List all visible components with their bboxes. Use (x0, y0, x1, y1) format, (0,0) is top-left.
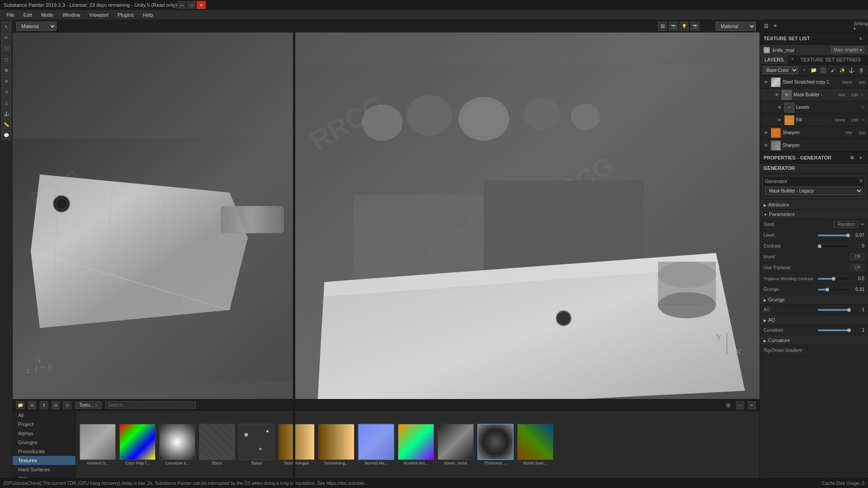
maximize-button[interactable]: □ (187, 1, 196, 9)
shelf-minimize-btn[interactable]: — (736, 401, 744, 409)
menu-plugins[interactable]: Plugins (113, 11, 138, 19)
shelf-thumb-fresnel2[interactable]: fresnelrang... (318, 424, 354, 465)
shelf-view-toggle[interactable]: ⊞ (724, 401, 732, 409)
shelf-thumb-fresnel1[interactable]: fresnelranges (278, 424, 315, 465)
mask-builder-visibility[interactable] (774, 92, 780, 98)
menu-edit[interactable]: Edit (19, 11, 37, 19)
shelf-thumb-fibers[interactable]: fibers (199, 424, 235, 465)
tool-smudge[interactable]: ≋ (1, 76, 11, 86)
seed-edit-icon[interactable]: ✏ (861, 222, 864, 227)
shelf-thumb-img-worldspace[interactable] (517, 424, 553, 460)
invert-value[interactable]: Off (850, 253, 864, 260)
layer-delete-btn[interactable]: 🗑 (857, 66, 865, 74)
layer-anchor-btn[interactable]: ⚓ (848, 66, 856, 74)
tool-picker[interactable]: ⊙ (1, 87, 11, 97)
shelf-folder-icon[interactable]: 📁 (16, 401, 24, 409)
texture-set-list-close[interactable]: × (857, 35, 864, 42)
fill-close[interactable]: × (860, 117, 865, 123)
generator-value-select[interactable]: Mask Builder - Legacy Mask Builder (765, 187, 863, 195)
shelf-search-input[interactable] (105, 401, 196, 409)
shelf-import-icon[interactable]: ⬆ (40, 401, 48, 409)
shelf-thumb-img-curvature[interactable] (159, 424, 195, 460)
viewport-icon-photo[interactable]: 📸 (690, 22, 699, 31)
menu-file[interactable]: File (2, 11, 19, 19)
menu-viewport[interactable]: Viewport (85, 11, 113, 19)
sharpen1-visibility[interactable] (763, 130, 769, 136)
close-button[interactable]: ✕ (197, 1, 206, 9)
curvature-slider[interactable] (818, 329, 849, 331)
layers-tab-close[interactable]: × (789, 55, 796, 62)
shelf-thumb-colormap[interactable]: Color Map f... (119, 424, 156, 465)
shelf-thumb-curvature[interactable]: Curvature k... (159, 424, 195, 465)
tab-layers[interactable]: LAYERS (760, 55, 789, 64)
section-ao[interactable]: AO (760, 315, 868, 325)
levels-close[interactable]: × (860, 105, 865, 110)
menu-help[interactable]: Help (138, 11, 158, 19)
shelf-filter-icon[interactable]: ⊟ (52, 401, 60, 409)
sharpen2-visibility[interactable] (763, 142, 769, 149)
tool-geometry[interactable]: △ (1, 98, 11, 108)
shelf-thumb-img-position[interactable] (398, 424, 434, 460)
props-close-btn[interactable]: × (857, 154, 864, 161)
tab-texture-set-settings[interactable]: TEXTURE SET SETTINGS (796, 55, 866, 64)
fill-visibility[interactable] (776, 117, 783, 123)
right-viewport-mode-select[interactable]: Material Base Color Normal (716, 22, 756, 31)
texture-set-item-knife-mat[interactable]: knife_mat Main shader ▾ (760, 45, 868, 55)
shelf-thumb-sheen[interactable]: sheen_noise (438, 424, 474, 465)
shelf-thumb-img-flakes[interactable] (239, 424, 275, 460)
layer-item-sharpen-1[interactable]: Sharpen Phr 100 (760, 127, 868, 139)
shelf-thumb-worldspace[interactable]: World Spac... (517, 424, 553, 465)
menu-window[interactable]: Window (58, 11, 85, 19)
tool-measure[interactable]: 📏 (1, 119, 11, 129)
shader-select[interactable]: Main shader ▾ (831, 47, 864, 53)
shelf-thumb-img-ambient[interactable] (80, 424, 116, 460)
contrast-slider[interactable] (818, 245, 849, 247)
layer-fill-btn[interactable]: ⬛ (819, 66, 827, 74)
tool-eraser[interactable]: ◻ (1, 54, 11, 64)
layer-item-sharpen-2[interactable]: Sharpen (760, 139, 868, 152)
viewport-icon-light[interactable]: 💡 (679, 22, 689, 31)
viewport-icon-render[interactable]: 🖼 (658, 22, 667, 31)
tool-fill[interactable]: ⬛ (1, 43, 11, 53)
layer-folder-btn[interactable]: 📁 (810, 66, 818, 74)
shelf-thumb-img-fibers[interactable] (199, 424, 235, 460)
props-expand-btn[interactable]: ⧉ (848, 154, 855, 161)
left-viewport-mode-select[interactable]: Material Base Color Normal (16, 22, 57, 31)
shelf-nav-textures[interactable]: Textures (13, 456, 75, 465)
shelf-nav-alphas[interactable]: Alphas (13, 429, 75, 438)
layer-item-fill[interactable]: Fill Norm 100 × (760, 114, 868, 127)
tool-select[interactable]: ↖ (1, 22, 11, 32)
section-grunge[interactable]: Grunge (760, 295, 868, 305)
layer-paint-btn[interactable]: 🖌 (829, 66, 837, 74)
tool-anchor[interactable]: ⚓ (1, 108, 11, 118)
layer-item-levels[interactable]: ≡ Levels × (760, 101, 868, 114)
shelf-nav-hard-surfaces[interactable]: Hard Surfaces (13, 465, 75, 474)
layer-visibility-icon[interactable] (763, 79, 769, 85)
shelf-thumb-img-thickness[interactable] (477, 424, 514, 460)
viewport-divider[interactable] (293, 33, 295, 488)
section-parameters[interactable]: Parameters (760, 210, 868, 219)
menu-mode[interactable]: Mode (37, 11, 58, 19)
shelf-grid-icon[interactable]: ⊞ (28, 401, 36, 409)
triplanar-value[interactable]: Off (850, 264, 864, 271)
shelf-nav-procedurals[interactable]: Procedurals (13, 447, 75, 456)
tool-clone[interactable]: ⊕ (1, 65, 11, 75)
shelf-nav-all[interactable]: All (13, 411, 75, 420)
minimize-button[interactable]: — (177, 1, 186, 9)
tool-comment[interactable]: 💬 (1, 130, 11, 140)
shelf-nav-project[interactable]: Project (13, 420, 75, 429)
shelf-thumb-position[interactable]: Position kni... (398, 424, 434, 465)
shelf-thumb-normalmap[interactable]: Normal Ma... (358, 424, 394, 465)
mask-builder-close[interactable]: × (860, 92, 865, 98)
section-attributes[interactable]: Attributes (760, 200, 868, 210)
shelf-nav-grunges[interactable]: Grunges (13, 438, 75, 447)
generator-close-icon[interactable]: ✕ (859, 178, 863, 184)
shelf-thumb-img-sheen[interactable] (438, 424, 474, 460)
shelf-close-btn[interactable]: × (748, 401, 756, 409)
channel-select[interactable]: Base Color Normal Roughness (763, 66, 798, 74)
shelf-search-icon[interactable]: ⊙ (63, 401, 71, 409)
triplanar-blend-slider[interactable] (818, 278, 849, 280)
shelf-thumb-thickness[interactable]: Thickness ... (477, 424, 514, 465)
viewport-icon-camera[interactable]: 📷 (669, 22, 678, 31)
levels-visibility[interactable] (776, 104, 783, 111)
